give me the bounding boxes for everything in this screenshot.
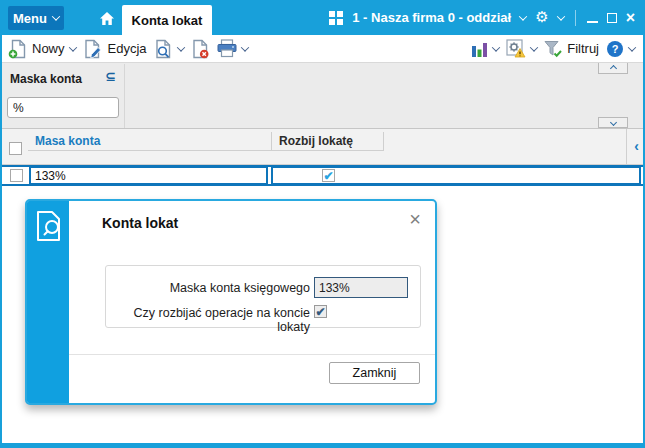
close-dialog-button-label: Zamknij bbox=[353, 366, 397, 380]
select-all-checkbox[interactable] bbox=[9, 142, 22, 155]
menu-button-label: Menu bbox=[13, 11, 47, 26]
edit-button[interactable]: Edycja bbox=[83, 39, 147, 59]
settings-gear-icon[interactable]: ⚙ bbox=[535, 10, 548, 25]
column-header-label: Rozbij lokatę bbox=[279, 134, 353, 148]
help-icon: ? bbox=[606, 40, 624, 58]
column-header-masa-konta[interactable]: Masa konta bbox=[28, 132, 272, 151]
dialog-title: Konta lokat bbox=[102, 215, 178, 231]
chevron-down-icon bbox=[628, 43, 636, 51]
company-selector-label[interactable]: 1 - Nasza firma 0 - oddział bbox=[352, 10, 511, 25]
print-button[interactable] bbox=[217, 39, 248, 58]
new-document-icon bbox=[8, 39, 27, 59]
new-button[interactable]: Nowy bbox=[8, 39, 76, 59]
home-button[interactable] bbox=[97, 8, 117, 28]
chevron-down-icon[interactable] bbox=[519, 12, 527, 20]
document-search-icon bbox=[35, 210, 63, 242]
filter-mask-input[interactable] bbox=[7, 97, 119, 118]
chevron-down-icon bbox=[52, 12, 60, 20]
dialog-close-icon[interactable]: × bbox=[409, 209, 421, 229]
chevron-down-icon bbox=[176, 43, 184, 51]
filter-funnel-icon bbox=[544, 40, 562, 58]
collapse-side-panel-icon[interactable]: ‹ bbox=[634, 139, 639, 153]
titlebar: Menu Konta lokat 1 - Nasza firma 0 - odd… bbox=[0, 0, 645, 35]
help-button[interactable]: ? bbox=[606, 40, 635, 58]
window-border-bottom bbox=[0, 443, 645, 448]
rozbij-operacje-checkbox[interactable]: ✔ bbox=[314, 305, 327, 318]
titlebar-right-cluster: 1 - Nasza firma 0 - oddział ⚙ × bbox=[329, 0, 635, 35]
row-select-checkbox[interactable] bbox=[10, 169, 23, 182]
dialog-accent-strip bbox=[27, 201, 69, 403]
collapse-filter-tab[interactable] bbox=[598, 117, 628, 128]
chevron-up-icon bbox=[609, 64, 616, 71]
side-panel-divider bbox=[626, 129, 627, 164]
bar-chart-icon bbox=[471, 40, 488, 58]
grid-edit-row[interactable]: ✔ bbox=[2, 165, 643, 186]
maska-konta-ksiegowego-input[interactable] bbox=[314, 277, 408, 298]
rozbij-lokate-checkbox[interactable]: ✔ bbox=[322, 169, 335, 182]
delete-document-icon bbox=[191, 39, 210, 59]
gear-warning-icon bbox=[506, 39, 526, 58]
column-header-label: Masa konta bbox=[35, 134, 100, 148]
menu-button[interactable]: Menu bbox=[8, 6, 64, 30]
tab-konta-lokat[interactable]: Konta lokat bbox=[122, 5, 212, 35]
filter-button[interactable]: Filtruj bbox=[544, 40, 599, 58]
chart-button[interactable] bbox=[471, 40, 499, 58]
app-window: Menu Konta lokat 1 - Nasza firma 0 - odd… bbox=[0, 0, 645, 448]
row-maska-konta-input[interactable] bbox=[29, 166, 268, 185]
settings-warning-button[interactable] bbox=[506, 39, 537, 58]
edit-document-icon bbox=[83, 39, 103, 59]
search-document-icon bbox=[154, 39, 173, 59]
rozbij-operacje-label: Czy rozbijać operacje na koncie lokaty bbox=[106, 306, 310, 334]
printer-icon bbox=[217, 39, 237, 58]
konta-lokat-dialog: Konta lokat × Maska konta księgowego Czy… bbox=[25, 199, 437, 405]
collapse-toolbar-tab[interactable] bbox=[598, 63, 628, 74]
svg-text:?: ? bbox=[612, 43, 619, 55]
maska-konta-label: Maska konta księgowego bbox=[106, 281, 310, 295]
minimize-button[interactable] bbox=[587, 21, 598, 23]
new-button-label: Nowy bbox=[32, 41, 65, 57]
chevron-down-icon bbox=[609, 119, 616, 126]
chevron-down-icon bbox=[492, 43, 500, 51]
dialog-footer: Zamknij bbox=[69, 354, 435, 403]
titlebar-separator bbox=[575, 10, 576, 26]
filter-button-label: Filtruj bbox=[567, 41, 599, 57]
chevron-down-icon bbox=[240, 43, 248, 51]
toolbar: Nowy Edycja bbox=[2, 35, 643, 62]
maximize-button[interactable] bbox=[607, 13, 617, 23]
filter-operator-icon[interactable]: ⊆ bbox=[105, 69, 116, 84]
filter-field-label: Maska konta bbox=[10, 72, 82, 86]
column-header-rozbij-lokate[interactable]: Rozbij lokatę bbox=[272, 132, 384, 151]
window-border-left bbox=[0, 0, 2, 448]
row-rozbij-lokate-cell[interactable]: ✔ bbox=[271, 166, 641, 185]
maska-konta-row: Maska konta księgowego bbox=[106, 277, 420, 298]
edit-button-label: Edycja bbox=[108, 41, 147, 57]
close-dialog-button[interactable]: Zamknij bbox=[329, 362, 420, 384]
chevron-down-icon[interactable] bbox=[556, 12, 564, 20]
dialog-fields-group: Maska konta księgowego Czy rozbijać oper… bbox=[105, 265, 421, 328]
home-icon bbox=[99, 11, 115, 26]
grid-header: Masa konta Rozbij lokatę ‹ bbox=[2, 128, 643, 165]
chevron-down-icon bbox=[530, 43, 538, 51]
delete-button[interactable] bbox=[191, 39, 210, 59]
search-button[interactable] bbox=[154, 39, 184, 59]
chevron-down-icon bbox=[68, 43, 76, 51]
close-window-button[interactable]: × bbox=[626, 10, 635, 26]
filter-panel: Maska konta ⊆ bbox=[2, 62, 643, 128]
rozbij-operacje-row: Czy rozbijać operacje na koncie lokaty ✔ bbox=[106, 305, 420, 321]
apps-grid-icon[interactable] bbox=[329, 11, 343, 25]
tab-label: Konta lokat bbox=[132, 13, 203, 28]
filter-column-divider bbox=[124, 64, 125, 128]
